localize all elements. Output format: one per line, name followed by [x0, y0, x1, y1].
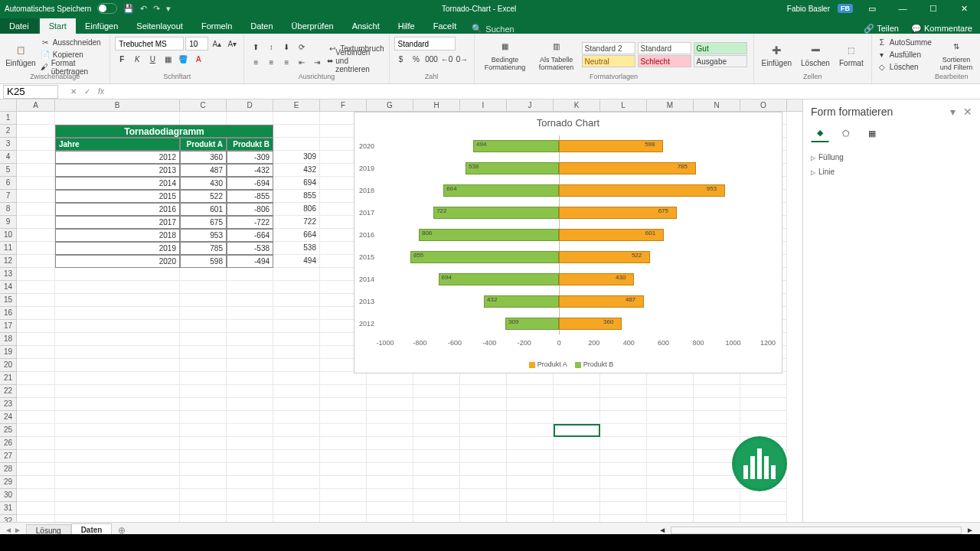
tab-help[interactable]: Hilfe — [389, 18, 424, 34]
cell[interactable]: 430 — [180, 177, 227, 190]
cell[interactable] — [413, 372, 460, 385]
cell[interactable] — [647, 515, 694, 522]
cell[interactable]: 2016 — [55, 203, 180, 216]
column-header[interactable]: H — [413, 99, 460, 111]
cell[interactable]: Jahre — [55, 138, 180, 151]
row-header[interactable]: 32 — [0, 515, 17, 522]
cell[interactable] — [180, 281, 227, 294]
cell[interactable] — [554, 463, 600, 476]
decrease-font-icon[interactable]: A▾ — [225, 37, 239, 51]
row-header[interactable]: 5 — [0, 164, 17, 177]
cell[interactable] — [17, 385, 55, 398]
cell[interactable] — [17, 333, 55, 346]
cell[interactable] — [55, 398, 180, 411]
align-right-icon[interactable]: ≡ — [279, 56, 293, 70]
redo-icon[interactable]: ↷ — [153, 4, 160, 14]
cell[interactable] — [55, 502, 180, 515]
row-header[interactable]: 30 — [0, 489, 17, 502]
cell[interactable]: 598 — [180, 255, 227, 268]
cell[interactable] — [17, 242, 55, 255]
cell[interactable] — [17, 138, 55, 151]
cell[interactable]: 785 — [180, 242, 227, 255]
cell[interactable] — [647, 450, 694, 463]
fill-button[interactable]: ▾Ausfüllen — [877, 49, 932, 60]
comma-icon[interactable]: 000 — [425, 52, 439, 66]
cell[interactable] — [740, 515, 787, 522]
cell[interactable]: 538 — [273, 242, 320, 255]
bar-produkt-b[interactable] — [466, 162, 559, 174]
cell[interactable] — [227, 333, 273, 346]
cell[interactable] — [227, 424, 273, 437]
cell[interactable] — [55, 359, 180, 372]
cell[interactable] — [740, 398, 787, 411]
cell[interactable]: -722 — [227, 216, 273, 229]
cell[interactable] — [507, 515, 554, 522]
cell[interactable] — [320, 450, 367, 463]
cell[interactable]: 2015 — [55, 190, 180, 203]
cell[interactable] — [320, 372, 367, 385]
cell[interactable]: -432 — [227, 164, 273, 177]
cell[interactable] — [367, 489, 413, 502]
cell[interactable] — [17, 320, 55, 333]
effects-tab-icon[interactable]: ⬠ — [837, 124, 855, 142]
row-header[interactable]: 2 — [0, 125, 17, 138]
cell[interactable] — [600, 398, 647, 411]
cell[interactable] — [647, 424, 694, 437]
cell[interactable]: 675 — [180, 216, 227, 229]
cell[interactable] — [507, 463, 554, 476]
cell[interactable] — [17, 268, 55, 281]
cell[interactable] — [694, 372, 740, 385]
cell[interactable] — [180, 450, 227, 463]
row-header[interactable]: 9 — [0, 216, 17, 229]
cell[interactable] — [227, 385, 273, 398]
cell[interactable] — [320, 411, 367, 424]
cell[interactable] — [554, 424, 600, 437]
tab-view[interactable]: Ansicht — [343, 18, 389, 34]
column-header[interactable]: F — [320, 99, 367, 111]
cell[interactable]: 360 — [180, 151, 227, 164]
cell[interactable] — [55, 385, 180, 398]
cell[interactable] — [227, 281, 273, 294]
cell[interactable] — [273, 281, 320, 294]
cell[interactable] — [647, 502, 694, 515]
user-badge[interactable]: FB — [838, 4, 853, 13]
conditional-formatting-button[interactable]: ▦Bedingte Formatierung — [479, 37, 531, 73]
cell[interactable] — [460, 398, 507, 411]
cell[interactable]: 2013 — [55, 164, 180, 177]
cell[interactable] — [180, 489, 227, 502]
row-header[interactable]: 22 — [0, 385, 17, 398]
cell[interactable] — [273, 333, 320, 346]
cell[interactable] — [320, 476, 367, 489]
cell[interactable]: 601 — [180, 203, 227, 216]
cell[interactable] — [273, 515, 320, 522]
cell[interactable] — [413, 476, 460, 489]
maximize-icon[interactable]: ☐ — [922, 4, 945, 14]
cell[interactable] — [600, 450, 647, 463]
cell[interactable] — [227, 268, 273, 281]
cell[interactable] — [273, 346, 320, 359]
cell[interactable]: -538 — [227, 242, 273, 255]
cell[interactable] — [694, 437, 740, 450]
cell[interactable] — [320, 437, 367, 450]
tab-pagelayout[interactable]: Seitenlayout — [127, 18, 192, 34]
cell[interactable] — [460, 476, 507, 489]
cell[interactable] — [273, 411, 320, 424]
cell[interactable] — [17, 359, 55, 372]
cell[interactable] — [320, 502, 367, 515]
cell[interactable]: 953 — [180, 229, 227, 242]
column-header[interactable]: N — [694, 99, 740, 111]
cell[interactable] — [17, 151, 55, 164]
cell[interactable] — [227, 515, 273, 522]
cell[interactable]: 2017 — [55, 216, 180, 229]
cell[interactable] — [180, 333, 227, 346]
row-header[interactable]: 19 — [0, 346, 17, 359]
cell[interactable]: -664 — [227, 229, 273, 242]
cell[interactable] — [507, 372, 554, 385]
row-header[interactable]: 3 — [0, 138, 17, 151]
cell[interactable] — [320, 463, 367, 476]
cell[interactable]: -309 — [227, 151, 273, 164]
bar-produkt-b[interactable] — [439, 273, 560, 285]
column-header[interactable]: B — [55, 99, 180, 111]
cell[interactable] — [227, 320, 273, 333]
cell[interactable] — [367, 398, 413, 411]
